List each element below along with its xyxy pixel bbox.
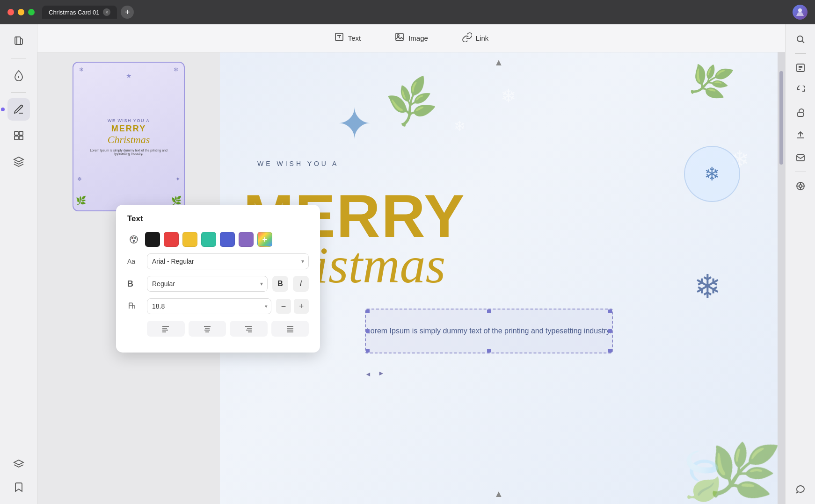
tab-christmas-card[interactable]: Christmas Card 01 ×	[42, 6, 117, 19]
sidebar-item-bookmark[interactable]	[7, 476, 30, 498]
align-right-button[interactable]	[230, 321, 268, 337]
right-icon-chat[interactable]	[791, 480, 810, 498]
sidebar-item-template[interactable]	[7, 124, 30, 147]
sidebar-item-brush[interactable]	[7, 64, 30, 86]
weight-label: B	[127, 279, 142, 289]
align-center-button[interactable]	[189, 321, 226, 337]
weight-select[interactable]: Regular Bold Light Medium	[147, 276, 268, 292]
deco-snowflake-2: ❄	[454, 118, 466, 134]
align-row	[127, 321, 309, 337]
sidebar-item-pages[interactable]	[7, 30, 30, 52]
toolbar-image-label: Image	[408, 34, 428, 42]
right-icon-search[interactable]	[791, 30, 810, 49]
thumb-deco-3: ★	[126, 72, 132, 79]
minimize-button[interactable]	[18, 9, 24, 15]
thumb-deco-4: 🌿	[76, 195, 86, 206]
canvas-nav-up[interactable]: ▲	[494, 57, 503, 68]
svg-point-18	[133, 240, 135, 242]
panel-title: Text	[127, 214, 309, 223]
ornament-snowflake: ❄	[704, 163, 720, 185]
color-swatch-teal[interactable]	[201, 232, 216, 247]
deco-leaf-top-left: 🌿	[382, 74, 441, 131]
handle-ml[interactable]	[366, 329, 370, 333]
left-sidebar	[0, 24, 37, 504]
close-button[interactable]	[7, 9, 14, 15]
lorem-text-selection[interactable]: Lorem Ipsum is simply dummy text of the …	[365, 309, 613, 353]
select-arrow-br: ◄	[378, 370, 385, 378]
font-select[interactable]: Arial - Regular Arial - Bold Georgia - R…	[147, 253, 309, 269]
right-icon-replace[interactable]	[791, 81, 810, 100]
svg-rect-2	[15, 131, 18, 135]
right-icon-save[interactable]	[791, 177, 810, 195]
palette-icon[interactable]	[127, 233, 140, 246]
color-swatch-red[interactable]	[164, 232, 179, 247]
handle-mr[interactable]	[608, 329, 612, 333]
scrollbar-thumb[interactable]	[779, 71, 783, 165]
thumb-merry-text: MERRY	[111, 124, 146, 134]
size-stepper: − +	[276, 299, 309, 314]
new-tab-button[interactable]: +	[121, 6, 134, 19]
weight-select-wrapper: Regular Bold Light Medium ▾	[147, 276, 268, 292]
color-swatch-purple[interactable]	[239, 232, 254, 247]
font-select-wrapper: Arial - Regular Arial - Bold Georgia - R…	[147, 253, 309, 269]
sidebar-item-layers[interactable]	[7, 151, 30, 173]
color-palette	[145, 232, 272, 247]
right-icon-mail[interactable]	[791, 148, 810, 167]
right-icon-lock[interactable]	[791, 103, 810, 122]
toolbar-image-button[interactable]: Image	[387, 28, 436, 48]
tab-close-button[interactable]: ×	[103, 8, 110, 16]
align-justify-button[interactable]	[271, 321, 309, 337]
font-size-input[interactable]	[147, 298, 271, 314]
lorem-text: Lorem Ipsum is simply dummy text of the …	[366, 325, 611, 337]
handle-tl[interactable]	[366, 310, 370, 313]
svg-point-9	[797, 36, 803, 42]
thumb-deco-7: ✦	[175, 176, 180, 182]
thumbnail-card[interactable]: ❄ ❄ ★ 🌿 🌿 ❄ ✦ WE WISH YOU A MERRY Christ…	[73, 62, 185, 211]
thumb-deco-2: ❄	[174, 66, 178, 73]
svg-rect-11	[798, 112, 803, 116]
color-row	[127, 232, 309, 247]
handle-bm[interactable]	[487, 349, 491, 353]
right-icon-ocr[interactable]	[791, 58, 810, 77]
canvas-wish-text: WE WISH YOU A	[257, 160, 339, 167]
thumb-deco-1: ❄	[79, 66, 84, 73]
sidebar-item-stacks[interactable]	[7, 454, 30, 476]
size-increase-button[interactable]: +	[294, 299, 309, 314]
color-swatch-blue[interactable]	[220, 232, 235, 247]
image-toolbar-icon	[394, 32, 405, 44]
toolbar-text-button[interactable]: Text	[327, 28, 369, 48]
canvas-scrollbar[interactable]	[778, 52, 785, 504]
bold-button[interactable]: B	[272, 276, 288, 292]
color-swatch-black[interactable]	[145, 232, 160, 247]
avatar[interactable]	[793, 5, 808, 20]
size-label	[127, 301, 142, 312]
svg-rect-3	[19, 131, 23, 135]
text-toolbar-icon	[334, 32, 344, 44]
size-decrease-button[interactable]: −	[276, 299, 291, 314]
thumb-deco-5: 🌿	[171, 195, 182, 206]
handle-br[interactable]	[608, 349, 612, 353]
maximize-button[interactable]	[28, 9, 35, 15]
toolbar-link-label: Link	[476, 34, 489, 42]
toolbar-link-button[interactable]: Link	[454, 28, 496, 48]
svg-rect-12	[797, 155, 804, 161]
sidebar-item-edit[interactable]	[7, 98, 30, 121]
italic-button[interactable]: I	[293, 276, 309, 292]
deco-snowflake-1: ❄	[501, 85, 517, 107]
thumb-lorem-text: Lorem Ipsum is simply dummy text of the …	[73, 149, 184, 155]
right-icon-upload[interactable]	[791, 126, 810, 144]
svg-rect-1	[15, 37, 21, 44]
align-left-button[interactable]	[147, 321, 185, 337]
toolbar-text-label: Text	[348, 34, 361, 42]
right-divider-2	[795, 172, 806, 172]
color-more-button[interactable]	[257, 232, 272, 247]
canvas-nav-down[interactable]: ▲	[494, 489, 503, 499]
sidebar-bottom	[7, 454, 30, 498]
color-swatch-yellow[interactable]	[182, 232, 197, 247]
svg-rect-5	[19, 136, 23, 140]
handle-tr[interactable]	[608, 310, 612, 313]
handle-tm[interactable]	[487, 310, 491, 313]
handle-bl[interactable]	[366, 349, 370, 353]
thumb-wish-text: WE WISH YOU A	[108, 118, 150, 123]
font-row: Aa Arial - Regular Arial - Bold Georgia …	[127, 253, 309, 269]
